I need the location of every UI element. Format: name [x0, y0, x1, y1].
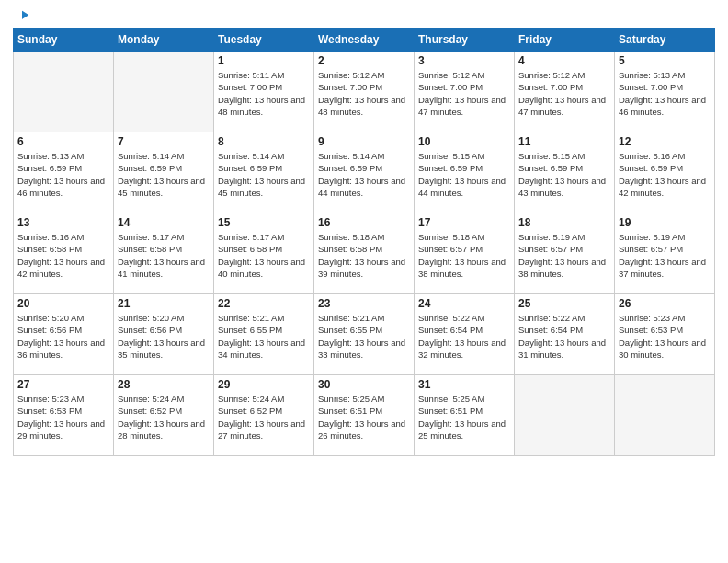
day-info: Sunrise: 5:22 AMSunset: 6:54 PMDaylight:… [418, 312, 510, 361]
weekday-header-friday: Friday [515, 29, 615, 52]
day-number: 24 [418, 297, 510, 310]
day-info: Sunrise: 5:23 AMSunset: 6:53 PMDaylight:… [619, 312, 711, 361]
weekday-header-tuesday: Tuesday [214, 29, 314, 52]
day-number: 16 [318, 216, 410, 229]
day-info: Sunrise: 5:21 AMSunset: 6:55 PMDaylight:… [318, 312, 410, 361]
day-info: Sunrise: 5:20 AMSunset: 6:56 PMDaylight:… [17, 312, 109, 361]
calendar-cell: 11Sunrise: 5:15 AMSunset: 6:59 PMDayligh… [515, 132, 615, 213]
calendar-cell: 14Sunrise: 5:17 AMSunset: 6:58 PMDayligh… [114, 213, 214, 294]
week-row-4: 20Sunrise: 5:20 AMSunset: 6:56 PMDayligh… [14, 294, 715, 375]
calendar-cell: 6Sunrise: 5:13 AMSunset: 6:59 PMDaylight… [14, 132, 114, 213]
week-row-3: 13Sunrise: 5:16 AMSunset: 6:58 PMDayligh… [14, 213, 715, 294]
day-info: Sunrise: 5:16 AMSunset: 6:58 PMDaylight:… [17, 231, 109, 280]
week-row-1: 1Sunrise: 5:11 AMSunset: 7:00 PMDaylight… [14, 52, 715, 132]
calendar-cell: 8Sunrise: 5:14 AMSunset: 6:59 PMDaylight… [214, 132, 314, 213]
day-number: 17 [418, 216, 510, 229]
calendar-table: SundayMondayTuesdayWednesdayThursdayFrid… [13, 28, 715, 456]
calendar-cell: 10Sunrise: 5:15 AMSunset: 6:59 PMDayligh… [415, 132, 515, 213]
calendar-cell: 30Sunrise: 5:25 AMSunset: 6:51 PMDayligh… [314, 375, 415, 456]
day-number: 19 [619, 216, 711, 229]
day-number: 18 [518, 216, 610, 229]
calendar-cell: 24Sunrise: 5:22 AMSunset: 6:54 PMDayligh… [415, 294, 515, 375]
day-number: 1 [218, 54, 310, 67]
calendar-cell: 31Sunrise: 5:25 AMSunset: 6:51 PMDayligh… [415, 375, 515, 456]
header [13, 9, 715, 22]
day-number: 29 [218, 378, 310, 391]
day-info: Sunrise: 5:12 AMSunset: 7:00 PMDaylight:… [518, 69, 610, 118]
day-number: 28 [118, 378, 210, 391]
calendar-cell: 4Sunrise: 5:12 AMSunset: 7:00 PMDaylight… [515, 52, 615, 132]
day-info: Sunrise: 5:14 AMSunset: 6:59 PMDaylight:… [218, 150, 310, 199]
page: SundayMondayTuesdayWednesdayThursdayFrid… [0, 0, 728, 563]
weekday-header-row: SundayMondayTuesdayWednesdayThursdayFrid… [14, 29, 715, 52]
day-number: 20 [17, 297, 109, 310]
day-info: Sunrise: 5:17 AMSunset: 6:58 PMDaylight:… [218, 231, 310, 280]
calendar-cell: 2Sunrise: 5:12 AMSunset: 7:00 PMDaylight… [314, 52, 415, 132]
calendar-cell: 18Sunrise: 5:19 AMSunset: 6:57 PMDayligh… [515, 213, 615, 294]
day-number: 8 [218, 135, 310, 148]
calendar-cell [14, 52, 114, 132]
day-info: Sunrise: 5:23 AMSunset: 6:53 PMDaylight:… [17, 393, 109, 442]
day-number: 26 [619, 297, 711, 310]
calendar-cell: 15Sunrise: 5:17 AMSunset: 6:58 PMDayligh… [214, 213, 314, 294]
day-number: 9 [318, 135, 410, 148]
calendar-cell: 7Sunrise: 5:14 AMSunset: 6:59 PMDaylight… [114, 132, 214, 213]
day-info: Sunrise: 5:15 AMSunset: 6:59 PMDaylight:… [518, 150, 610, 199]
day-info: Sunrise: 5:17 AMSunset: 6:58 PMDaylight:… [118, 231, 210, 280]
day-number: 15 [218, 216, 310, 229]
weekday-header-monday: Monday [114, 29, 214, 52]
weekday-header-sunday: Sunday [14, 29, 114, 52]
day-number: 27 [17, 378, 109, 391]
day-info: Sunrise: 5:19 AMSunset: 6:57 PMDaylight:… [619, 231, 711, 280]
calendar-cell: 21Sunrise: 5:20 AMSunset: 6:56 PMDayligh… [114, 294, 214, 375]
calendar-cell [515, 375, 615, 456]
day-info: Sunrise: 5:22 AMSunset: 6:54 PMDaylight:… [518, 312, 610, 361]
day-number: 13 [17, 216, 109, 229]
day-info: Sunrise: 5:18 AMSunset: 6:57 PMDaylight:… [418, 231, 510, 280]
calendar-cell [114, 52, 214, 132]
day-info: Sunrise: 5:24 AMSunset: 6:52 PMDaylight:… [218, 393, 310, 442]
calendar-cell: 28Sunrise: 5:24 AMSunset: 6:52 PMDayligh… [114, 375, 214, 456]
day-number: 4 [518, 54, 610, 67]
day-number: 21 [118, 297, 210, 310]
weekday-header-wednesday: Wednesday [314, 29, 415, 52]
day-info: Sunrise: 5:15 AMSunset: 6:59 PMDaylight:… [418, 150, 510, 199]
weekday-header-saturday: Saturday [615, 29, 715, 52]
calendar-cell: 9Sunrise: 5:14 AMSunset: 6:59 PMDaylight… [314, 132, 415, 213]
calendar-cell: 19Sunrise: 5:19 AMSunset: 6:57 PMDayligh… [615, 213, 715, 294]
day-number: 7 [118, 135, 210, 148]
day-number: 2 [318, 54, 410, 67]
calendar-cell: 29Sunrise: 5:24 AMSunset: 6:52 PMDayligh… [214, 375, 314, 456]
week-row-5: 27Sunrise: 5:23 AMSunset: 6:53 PMDayligh… [14, 375, 715, 456]
day-number: 31 [418, 378, 510, 391]
calendar-cell: 1Sunrise: 5:11 AMSunset: 7:00 PMDaylight… [214, 52, 314, 132]
day-info: Sunrise: 5:19 AMSunset: 6:57 PMDaylight:… [518, 231, 610, 280]
weekday-header-thursday: Thursday [415, 29, 515, 52]
calendar-cell: 5Sunrise: 5:13 AMSunset: 7:00 PMDaylight… [615, 52, 715, 132]
calendar-cell: 3Sunrise: 5:12 AMSunset: 7:00 PMDaylight… [415, 52, 515, 132]
day-info: Sunrise: 5:25 AMSunset: 6:51 PMDaylight:… [318, 393, 410, 442]
calendar-cell: 20Sunrise: 5:20 AMSunset: 6:56 PMDayligh… [14, 294, 114, 375]
day-info: Sunrise: 5:25 AMSunset: 6:51 PMDaylight:… [418, 393, 510, 442]
day-info: Sunrise: 5:14 AMSunset: 6:59 PMDaylight:… [318, 150, 410, 199]
calendar-cell: 13Sunrise: 5:16 AMSunset: 6:58 PMDayligh… [14, 213, 114, 294]
calendar-cell: 22Sunrise: 5:21 AMSunset: 6:55 PMDayligh… [214, 294, 314, 375]
day-number: 10 [418, 135, 510, 148]
day-info: Sunrise: 5:13 AMSunset: 6:59 PMDaylight:… [17, 150, 109, 199]
calendar-cell: 26Sunrise: 5:23 AMSunset: 6:53 PMDayligh… [615, 294, 715, 375]
calendar-cell: 17Sunrise: 5:18 AMSunset: 6:57 PMDayligh… [415, 213, 515, 294]
day-info: Sunrise: 5:11 AMSunset: 7:00 PMDaylight:… [218, 69, 310, 118]
day-number: 22 [218, 297, 310, 310]
day-info: Sunrise: 5:24 AMSunset: 6:52 PMDaylight:… [118, 393, 210, 442]
day-info: Sunrise: 5:16 AMSunset: 6:59 PMDaylight:… [619, 150, 711, 199]
day-info: Sunrise: 5:20 AMSunset: 6:56 PMDaylight:… [118, 312, 210, 361]
logo [13, 9, 30, 22]
day-number: 14 [118, 216, 210, 229]
calendar-cell: 27Sunrise: 5:23 AMSunset: 6:53 PMDayligh… [14, 375, 114, 456]
day-info: Sunrise: 5:18 AMSunset: 6:58 PMDaylight:… [318, 231, 410, 280]
day-number: 12 [619, 135, 711, 148]
calendar-cell: 12Sunrise: 5:16 AMSunset: 6:59 PMDayligh… [615, 132, 715, 213]
day-number: 6 [17, 135, 109, 148]
calendar-cell: 16Sunrise: 5:18 AMSunset: 6:58 PMDayligh… [314, 213, 415, 294]
day-info: Sunrise: 5:12 AMSunset: 7:00 PMDaylight:… [418, 69, 510, 118]
